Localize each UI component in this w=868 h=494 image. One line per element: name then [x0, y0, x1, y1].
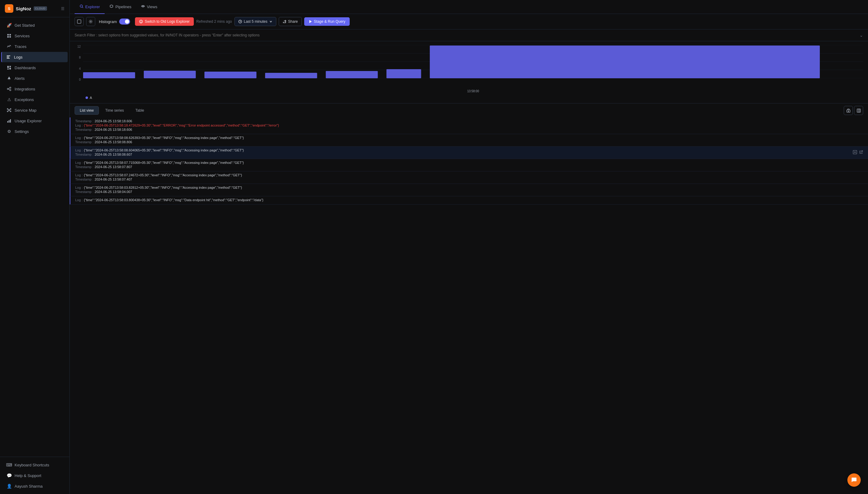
svg-marker-39	[309, 20, 312, 23]
histogram-toggle[interactable]	[119, 19, 130, 24]
sidebar-item-label: Service Map	[15, 108, 36, 113]
sidebar-item-user[interactable]: 👤 Aayush Sharma	[2, 481, 67, 491]
tab-table[interactable]: Table	[131, 106, 150, 115]
chart-svg[interactable]: 13:58:00	[83, 45, 863, 88]
sidebar-item-label: Exceptions	[15, 97, 34, 102]
log-message-row[interactable]: Log : {"time":"2024-06-25T13:58:07.71506…	[75, 161, 863, 165]
log-message-row[interactable]: Log : {"time":"2024-06-25T13:58:18.47262…	[75, 124, 863, 127]
timestamp-value: 2024-06-25 13:58:07.407	[95, 177, 132, 181]
sidebar-item-alerts[interactable]: Alerts	[2, 73, 67, 83]
legend-dot-a	[85, 96, 88, 99]
top-nav: Explorer Pipelines Views	[70, 0, 868, 14]
log-key: Log :	[75, 161, 82, 165]
log-message-row[interactable]: Log : {"time":"2024-06-25T13:58:08.60406…	[75, 148, 863, 152]
sidebar-item-exceptions[interactable]: ⚠ Exceptions	[2, 94, 67, 105]
svg-rect-8	[9, 66, 11, 67]
log-message-row[interactable]: Log : {"time":"2024-06-25T13:58:07.24672…	[75, 173, 863, 177]
log-timestamp-row: Timestamp : 2024-06-25 13:58:07.807	[75, 165, 863, 169]
app-badge: CLOUD	[34, 6, 47, 11]
dashboards-icon	[7, 65, 12, 70]
sidebar-item-label: Keyboard Shortcuts	[15, 463, 49, 467]
stage-run-button[interactable]: Stage & Run Query	[304, 17, 350, 26]
svg-point-14	[10, 90, 11, 91]
log-key: Log :	[75, 124, 82, 127]
sidebar-item-service-map[interactable]: Service Map	[2, 105, 67, 115]
log-value: {"time":"2024-06-25T13:58:08.626393+05:3…	[84, 136, 244, 139]
sidebar-item-label: Aayush Sharma	[15, 484, 43, 489]
tab-views-label: Views	[147, 4, 157, 9]
tab-explorer[interactable]: Explorer	[75, 0, 105, 14]
log-expand-icon[interactable]	[853, 150, 857, 155]
log-value: {"time":"2024-06-25T13:58:03.82812+05:30…	[84, 186, 242, 189]
timestamp-value: 2024-06-25 13:58:18.606	[95, 119, 132, 123]
log-link-icon[interactable]	[859, 150, 863, 155]
log-list[interactable]: Timestamp : 2024-06-25 13:58:18.606 Log …	[70, 117, 868, 494]
timestamp-value: 2024-06-25 13:58:08.607	[95, 153, 132, 156]
log-timestamp-row: Timestamp : 2024-06-25 13:58:08.806	[75, 140, 863, 144]
sidebar-logo: S SigNoz CLOUD ☰	[0, 0, 70, 17]
chart-legend: A	[75, 96, 863, 99]
log-message-row[interactable]: Log : {"time":"2024-06-25T13:58:03.80043…	[75, 198, 863, 202]
sidebar-item-label: Integrations	[15, 87, 35, 91]
sidebar-item-label: Usage Explorer	[15, 119, 42, 123]
sidebar-item-logs[interactable]: Logs	[1, 52, 67, 62]
format-button[interactable]	[75, 17, 84, 26]
timestamp-value: 2024-06-25 13:58:07.807	[95, 165, 132, 169]
user-avatar-icon: 👤	[7, 484, 12, 489]
timestamp-key: Timestamp :	[75, 190, 93, 194]
svg-rect-49	[265, 73, 317, 78]
share-label: Share	[288, 19, 298, 24]
log-entry: Log : {"time":"2024-06-25T13:58:08.62639…	[70, 134, 868, 147]
timestamp-key: Timestamp :	[75, 128, 93, 131]
sidebar-toggle-button[interactable]: ☰	[61, 6, 65, 11]
log-message-row[interactable]: Log : {"time":"2024-06-25T13:58:08.62639…	[75, 136, 863, 139]
columns-button[interactable]	[854, 106, 863, 115]
tab-views[interactable]: Views	[136, 0, 162, 14]
table-label: Table	[136, 108, 144, 113]
settings-button[interactable]	[86, 17, 95, 26]
tab-list-view[interactable]: List view	[75, 106, 99, 115]
tab-pipelines[interactable]: Pipelines	[105, 0, 136, 14]
svg-rect-47	[144, 71, 196, 78]
view-tabs: List view Time series Table	[70, 103, 868, 117]
sidebar-item-label: Services	[15, 34, 30, 38]
time-range-selector[interactable]: Last 5 minutes	[234, 17, 276, 26]
sidebar-item-traces[interactable]: Traces	[2, 41, 67, 52]
tab-time-series[interactable]: Time series	[100, 106, 129, 115]
svg-point-12	[7, 88, 8, 90]
svg-rect-50	[326, 71, 378, 78]
svg-rect-46	[83, 72, 135, 78]
log-value: {"time":"2024-06-25T13:58:07.715068+05:3…	[84, 161, 244, 165]
views-tab-icon	[141, 4, 145, 9]
share-button[interactable]: Share	[279, 17, 302, 26]
log-entry: Log : {"time":"2024-06-25T13:58:07.24672…	[70, 171, 868, 184]
sidebar-item-dashboards[interactable]: Dashboards	[2, 62, 67, 73]
main-content: Explorer Pipelines Views Histogram	[70, 0, 868, 494]
sidebar-item-services[interactable]: Services	[2, 31, 67, 41]
svg-line-23	[10, 109, 10, 110]
log-key: Log :	[75, 198, 82, 202]
sidebar-item-settings[interactable]: ⚙ Settings	[2, 126, 67, 136]
sidebar-item-get-started[interactable]: 🚀 Get Started	[2, 20, 67, 30]
sidebar-item-label: Help & Support	[15, 473, 41, 478]
svg-point-36	[141, 22, 141, 23]
svg-rect-32	[77, 20, 81, 23]
sidebar-item-help-support[interactable]: 💬 Help & Support	[2, 470, 67, 481]
search-input[interactable]	[75, 32, 860, 39]
sidebar-item-keyboard-shortcuts[interactable]: ⌨ Keyboard Shortcuts	[2, 460, 67, 470]
export-button[interactable]	[844, 106, 853, 115]
log-entry: Log : {"time":"2024-06-25T13:58:03.82812…	[70, 184, 868, 196]
app-logo-icon: S	[5, 4, 13, 13]
search-chevron-icon: ⌄	[860, 33, 863, 38]
service-map-icon	[7, 108, 12, 113]
switch-to-old-button[interactable]: Switch to Old Logs Explorer	[135, 17, 194, 26]
chat-widget[interactable]	[847, 473, 861, 487]
app-name: SigNoz	[16, 6, 31, 11]
sidebar-item-integrations[interactable]: Integrations	[2, 84, 67, 94]
svg-rect-5	[7, 57, 9, 57]
settings-icon: ⚙	[7, 129, 12, 134]
explorer-tab-icon	[79, 4, 83, 9]
sidebar-item-usage-explorer[interactable]: Usage Explorer	[2, 116, 67, 126]
log-timestamp-row: Timestamp : 2024-06-25 13:58:08.607	[75, 153, 863, 156]
log-message-row[interactable]: Log : {"time":"2024-06-25T13:58:03.82812…	[75, 186, 863, 189]
